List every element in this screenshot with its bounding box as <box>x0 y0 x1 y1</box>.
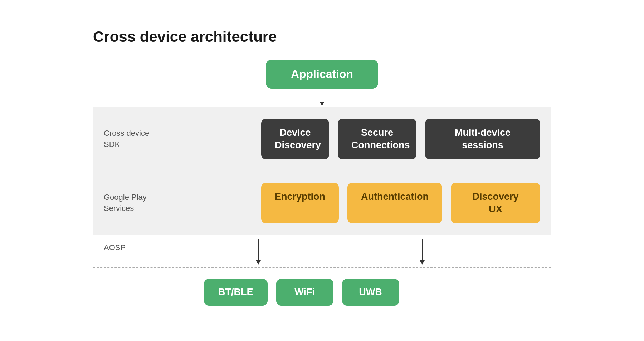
bt-ble-box: BT/BLE <box>204 279 268 306</box>
left-aosp-arrow <box>256 239 261 265</box>
architecture-diagram: Application Cross deviceSDK DeviceDiscov… <box>93 60 551 313</box>
secure-connections-box: SecureConnections <box>338 119 416 159</box>
sdk-label: Cross deviceSDK <box>104 128 175 150</box>
cross-device-sdk-band: Cross deviceSDK DeviceDiscovery SecureCo… <box>93 107 551 171</box>
google-play-services-band: Google PlayServices Encryption Authentic… <box>93 171 551 235</box>
app-to-sdk-arrow <box>93 89 551 107</box>
page-title: Cross device architecture <box>93 28 551 45</box>
bottom-boxes-row: BT/BLE WiFi UWB <box>179 268 551 313</box>
diagram-container: Cross device architecture Application Cr… <box>72 14 572 327</box>
authentication-box: Authentication <box>347 183 442 223</box>
application-row: Application <box>93 60 551 89</box>
device-discovery-box: DeviceDiscovery <box>261 119 329 159</box>
gps-label: Google PlayServices <box>104 192 175 214</box>
application-box: Application <box>266 60 378 89</box>
gps-items: Encryption Authentication Discovery UX <box>261 183 540 223</box>
multi-device-sessions-box: Multi-device sessions <box>425 119 540 159</box>
sdk-items: DeviceDiscovery SecureConnections Multi-… <box>261 119 540 159</box>
encryption-box: Encryption <box>261 183 339 223</box>
discovery-ux-box: Discovery UX <box>451 183 540 223</box>
aosp-label: AOSP <box>104 239 175 253</box>
wifi-box: WiFi <box>276 279 333 306</box>
aosp-row: AOSP <box>93 239 551 267</box>
uwb-box: UWB <box>342 279 399 306</box>
right-aosp-arrow <box>420 239 425 265</box>
